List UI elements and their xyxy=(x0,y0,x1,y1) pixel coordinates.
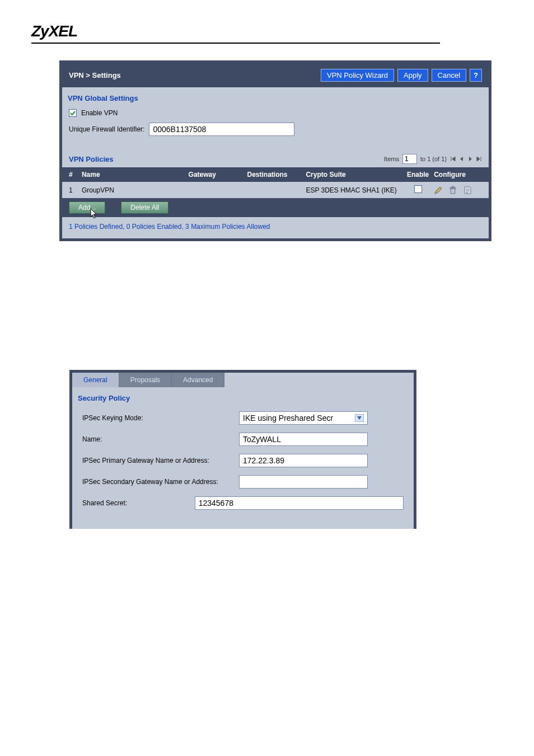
secondary-gw-input[interactable] xyxy=(239,475,368,489)
tab-proposals[interactable]: Proposals xyxy=(119,373,172,387)
table-row: 1 GroupVPN ESP 3DES HMAC SHA1 (IKE) xyxy=(62,182,489,198)
table-header: # Name Gateway Destinations Crypto Suite… xyxy=(62,167,489,182)
primary-gw-label: IPSec Primary Gateway Name or Address: xyxy=(82,457,239,464)
primary-gw-input[interactable] xyxy=(239,454,368,467)
tab-advanced[interactable]: Advanced xyxy=(172,373,224,387)
apply-button[interactable]: Apply xyxy=(397,69,428,82)
check-icon xyxy=(69,110,76,116)
col-gateway: Gateway xyxy=(189,171,247,179)
global-settings-title: VPN Global Settings xyxy=(62,87,489,106)
table-action-row: Add... Delete All xyxy=(62,198,489,217)
shared-secret-input[interactable] xyxy=(195,496,404,510)
col-configure: Configure xyxy=(434,171,482,179)
keying-mode-label: IPSec Keying Mode: xyxy=(82,414,239,422)
policies-footer: 1 Policies Defined, 0 Policies Enabled, … xyxy=(62,217,489,238)
ufi-input[interactable] xyxy=(149,123,294,136)
vpn-policies-title: VPN Policies xyxy=(69,155,113,163)
chevron-down-icon xyxy=(355,414,364,422)
row-enable-checkbox[interactable] xyxy=(414,185,422,193)
pager: Items to 1 (of 1) xyxy=(384,154,482,164)
enable-vpn-label: Enable VPN xyxy=(81,109,118,117)
tab-general[interactable]: General xyxy=(72,373,119,387)
help-button[interactable]: ? xyxy=(470,69,482,82)
col-enable: Enable xyxy=(402,171,434,179)
row-name: GroupVPN xyxy=(82,186,189,194)
security-policy-panel: General Proposals Advanced Security Poli… xyxy=(69,370,416,529)
notepad-icon[interactable] xyxy=(463,186,472,195)
pager-prev-icon[interactable] xyxy=(458,156,465,162)
col-crypto: Crypto Suite xyxy=(306,171,402,179)
col-num: # xyxy=(69,171,82,179)
name-input[interactable] xyxy=(239,433,368,446)
ufi-label: Unique Firewall Identifier: xyxy=(69,125,144,133)
row-num: 1 xyxy=(69,186,82,194)
divider xyxy=(31,43,440,44)
enable-vpn-checkbox[interactable] xyxy=(69,109,77,117)
keying-mode-value: IKE using Preshared Secr xyxy=(243,414,333,422)
col-destinations: Destinations xyxy=(247,171,306,179)
delete-all-button[interactable]: Delete All xyxy=(121,201,168,214)
cancel-button[interactable]: Cancel xyxy=(432,69,466,82)
brand-logo: ZyXEL xyxy=(31,22,534,40)
pager-range-text: to 1 (of 1) xyxy=(420,156,447,162)
trash-icon[interactable] xyxy=(448,186,457,195)
tabs: General Proposals Advanced xyxy=(72,373,414,387)
pager-last-icon[interactable] xyxy=(475,156,482,162)
edit-icon[interactable] xyxy=(434,186,443,195)
breadcrumb: VPN > Settings xyxy=(69,71,121,79)
policies-table: # Name Gateway Destinations Crypto Suite… xyxy=(62,167,489,217)
pager-next-icon[interactable] xyxy=(467,156,474,162)
pager-first-icon[interactable] xyxy=(450,156,457,162)
row-crypto: ESP 3DES HMAC SHA1 (IKE) xyxy=(306,186,402,194)
pager-items-label: Items xyxy=(384,156,399,162)
col-name: Name xyxy=(82,171,189,179)
keying-mode-select[interactable]: IKE using Preshared Secr xyxy=(239,411,368,425)
name-label: Name: xyxy=(82,435,239,443)
vpn-settings-panel: VPN > Settings VPN Policy Wizard Apply C… xyxy=(59,60,491,241)
pager-page-input[interactable] xyxy=(402,154,417,164)
add-button[interactable]: Add... xyxy=(69,201,105,214)
security-policy-title: Security Policy xyxy=(72,387,414,406)
panel-header: VPN > Settings VPN Policy Wizard Apply C… xyxy=(62,63,489,87)
shared-secret-label: Shared Secret: xyxy=(82,499,195,507)
vpn-policy-wizard-button[interactable]: VPN Policy Wizard xyxy=(321,69,394,82)
secondary-gw-label: IPSec Secondary Gateway Name or Address: xyxy=(82,478,239,486)
